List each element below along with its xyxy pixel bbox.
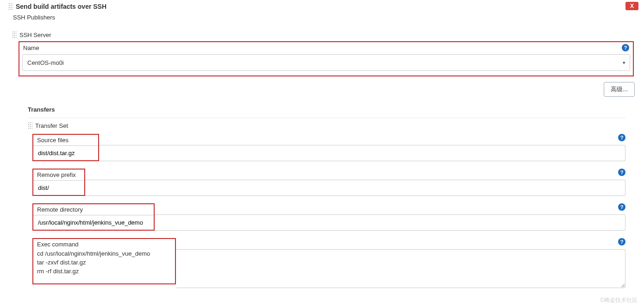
remove-prefix-input[interactable] (33, 180, 84, 195)
ssh-name-select[interactable]: CentOS-mo0i (22, 54, 630, 71)
drag-handle-icon[interactable] (12, 31, 17, 38)
ssh-name-highlight: Name ? CentOS-mo0i (19, 41, 634, 76)
help-icon[interactable]: ? (618, 169, 625, 176)
ssh-server-header: SSH Server (9, 28, 635, 41)
remote-directory-highlight: Remote directory (32, 203, 155, 231)
ssh-name-label: Name (23, 44, 39, 51)
remote-directory-label: Remote directory (33, 204, 154, 215)
exec-command-textarea-tail[interactable] (176, 249, 625, 288)
exec-command-field: ? Exec command (32, 238, 625, 288)
remote-directory-field: ? Remote directory (32, 203, 625, 231)
help-icon[interactable]: ? (618, 203, 625, 211)
section-title: Send build artifacts over SSH (16, 3, 106, 10)
drag-handle-icon[interactable] (8, 3, 13, 10)
source-files-field: ? Source files (32, 134, 625, 161)
exec-command-highlight: Exec command (32, 238, 176, 284)
remove-prefix-input-tail[interactable] (85, 180, 625, 196)
help-icon[interactable]: ? (622, 44, 629, 51)
drag-handle-icon[interactable] (28, 122, 32, 129)
help-icon[interactable]: ? (618, 238, 625, 245)
help-icon[interactable]: ? (618, 134, 625, 141)
remote-directory-input[interactable] (33, 215, 154, 230)
transfers-heading: Transfers (28, 104, 625, 118)
ssh-server-heading: SSH Server (19, 31, 51, 38)
source-files-input-tail[interactable] (99, 145, 625, 161)
section-subtitle: SSH Publishers (0, 12, 644, 25)
source-files-input[interactable] (33, 145, 98, 160)
exec-command-textarea[interactable] (37, 248, 171, 278)
transfer-set-header: Transfer Set (28, 118, 625, 134)
source-files-label: Source files (33, 135, 98, 145)
transfer-set-heading: Transfer Set (35, 122, 68, 129)
section-title-row: Send build artifacts over SSH (0, 0, 644, 12)
advanced-button[interactable]: 高级... (604, 82, 635, 97)
source-files-highlight: Source files (32, 134, 99, 161)
remove-prefix-field: ? Remove prefix (32, 169, 625, 196)
remove-prefix-highlight: Remove prefix (32, 169, 85, 196)
close-button[interactable]: X (625, 2, 638, 10)
remove-prefix-label: Remove prefix (33, 170, 84, 180)
remote-directory-input-tail[interactable] (155, 214, 625, 231)
exec-command-label: Exec command (37, 241, 79, 248)
